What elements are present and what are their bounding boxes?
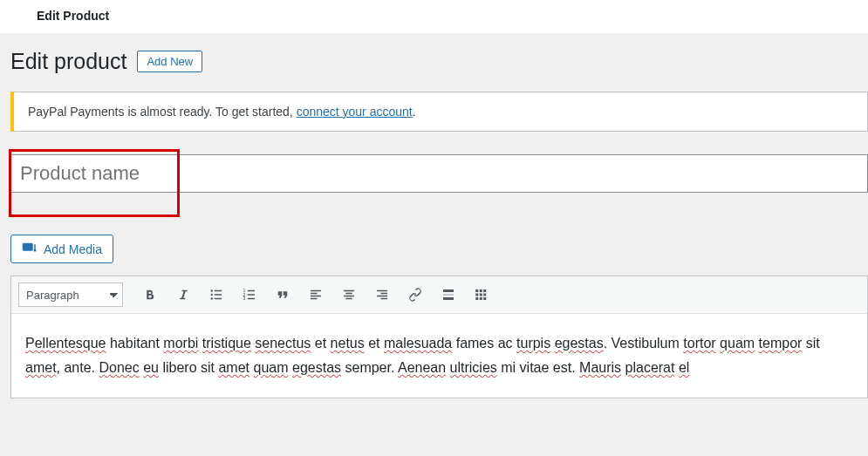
notice-text: PayPal Payments is almost ready. To get … xyxy=(28,105,297,119)
svg-rect-20 xyxy=(344,296,354,297)
svg-rect-37 xyxy=(483,297,486,300)
svg-rect-23 xyxy=(381,293,388,295)
editor-content[interactable]: Pellentesque habitant morbi tristique se… xyxy=(11,314,867,398)
svg-rect-14 xyxy=(311,290,321,292)
notice-text-after: . xyxy=(413,105,416,119)
svg-rect-26 xyxy=(443,289,454,292)
format-select[interactable]: Paragraph xyxy=(18,282,123,307)
toolbar-toggle-button[interactable] xyxy=(467,282,496,308)
svg-rect-7 xyxy=(215,298,222,300)
breadcrumb: Edit Product xyxy=(0,0,868,33)
svg-rect-12 xyxy=(248,294,255,296)
svg-rect-30 xyxy=(480,289,482,292)
align-left-button[interactable] xyxy=(301,282,331,308)
product-name-input[interactable] xyxy=(9,154,868,193)
page-title: Edit product xyxy=(10,49,126,74)
svg-rect-35 xyxy=(475,297,478,300)
italic-button[interactable] xyxy=(168,282,198,308)
link-button[interactable] xyxy=(400,282,430,308)
svg-rect-1 xyxy=(34,244,36,249)
page-heading-row: Edit product Add New xyxy=(10,33,868,92)
bullet-list-button[interactable] xyxy=(202,282,231,308)
svg-rect-36 xyxy=(480,297,482,300)
svg-rect-6 xyxy=(215,294,222,296)
svg-point-2 xyxy=(211,289,213,291)
svg-point-4 xyxy=(211,297,213,299)
add-media-button[interactable]: Add Media xyxy=(10,235,113,263)
svg-rect-5 xyxy=(215,290,222,292)
svg-rect-15 xyxy=(311,293,318,295)
camera-music-icon xyxy=(22,241,38,257)
svg-rect-34 xyxy=(483,294,486,296)
svg-rect-17 xyxy=(311,298,318,300)
editor-panel: Paragraph 123 xyxy=(10,276,868,398)
connect-account-link[interactable]: connect your account xyxy=(297,105,413,119)
svg-rect-31 xyxy=(483,289,486,292)
paypal-notice: PayPal Payments is almost ready. To get … xyxy=(10,92,868,132)
svg-rect-27 xyxy=(443,294,454,296)
svg-rect-13 xyxy=(248,298,255,300)
numbered-list-button[interactable]: 123 xyxy=(235,282,264,308)
svg-point-3 xyxy=(211,294,213,296)
bold-button[interactable] xyxy=(135,282,165,308)
svg-rect-11 xyxy=(248,290,255,292)
add-media-label: Add Media xyxy=(44,242,102,256)
align-right-button[interactable] xyxy=(367,282,397,308)
blockquote-button[interactable] xyxy=(268,282,297,308)
svg-text:3: 3 xyxy=(243,296,246,301)
svg-rect-22 xyxy=(377,290,387,292)
svg-rect-33 xyxy=(480,294,482,296)
add-new-button[interactable]: Add New xyxy=(137,51,202,72)
svg-rect-21 xyxy=(345,298,352,300)
svg-rect-29 xyxy=(475,289,478,292)
align-center-button[interactable] xyxy=(334,282,364,308)
svg-rect-19 xyxy=(345,293,352,295)
svg-rect-28 xyxy=(443,297,454,300)
insert-more-button[interactable] xyxy=(434,282,463,308)
svg-rect-24 xyxy=(377,296,387,297)
svg-rect-25 xyxy=(381,298,388,300)
editor-toolbar: Paragraph 123 xyxy=(11,276,867,314)
svg-rect-32 xyxy=(475,294,478,296)
svg-rect-18 xyxy=(344,290,354,292)
svg-rect-16 xyxy=(311,296,321,297)
title-input-wrap xyxy=(9,149,868,217)
